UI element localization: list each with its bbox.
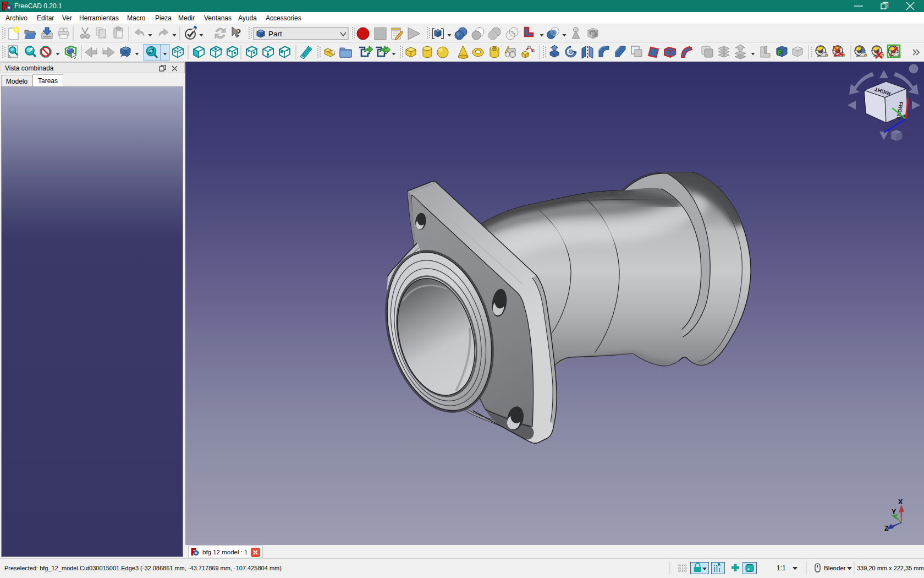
svg-text:Y: Y xyxy=(892,508,897,516)
svg-text:1:1: 1:1 xyxy=(777,564,786,572)
svg-text:Blender: Blender xyxy=(824,565,846,571)
svg-text:Part: Part xyxy=(268,30,282,38)
svg-text:Z: Z xyxy=(884,525,889,532)
svg-text:339,20 mm x 222,35 mm: 339,20 mm x 222,35 mm xyxy=(857,565,924,571)
svg-text:X: X xyxy=(898,498,903,506)
svg-text:?: ? xyxy=(236,27,241,39)
